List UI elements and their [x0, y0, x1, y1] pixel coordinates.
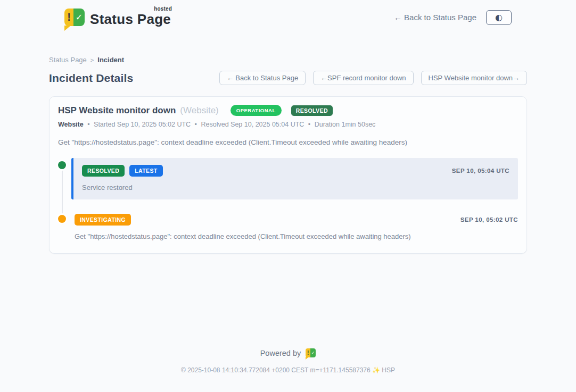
brand-name: Status Page hosted — [90, 12, 173, 26]
incident-nav-buttons: ← Back to Status Page ←SPF record monito… — [219, 71, 527, 85]
incident-component-suffix: (Website) — [180, 105, 218, 116]
timeline-timestamp: SEP 10, 05:04 UTC — [452, 168, 509, 174]
incident-description: Get "https://hostedstatus.page": context… — [58, 138, 518, 146]
site-header: ! ✓ Status Page hosted ← Back to Status … — [0, 0, 576, 26]
next-incident-button[interactable]: HSP Website monitor down→ — [421, 71, 527, 85]
timeline-dot-orange — [58, 215, 66, 223]
site-footer: Powered by ! ✓ © 2025-10-08 14:10:34.772… — [0, 348, 576, 385]
logo-check-icon: ✓ — [310, 348, 316, 357]
theme-toggle-button[interactable]: ◐ — [486, 10, 512, 25]
half-circle-contrast-icon: ◐ — [495, 13, 503, 22]
prev-incident-button[interactable]: ←SPF record monitor down — [313, 71, 413, 85]
meta-resolved: Resolved Sep 10, 2025 05:04 UTC — [201, 121, 304, 128]
app-logo[interactable]: ! ✓ Status Page hosted — [64, 9, 173, 26]
timeline-dot-green — [58, 161, 66, 169]
timeline-message: Service restored — [82, 184, 509, 191]
timeline-timestamp: SEP 10, 05:02 UTC — [460, 216, 518, 223]
status-page-logo-icon: ! ✓ — [64, 9, 85, 26]
main-content: Status Page > Incident Incident Details … — [49, 56, 527, 254]
logo-exclaim-icon: ! — [64, 9, 73, 26]
incident-title: HSP Website monitor down — [58, 105, 176, 116]
timeline-entry-resolved: RESOLVED LATEST SEP 10, 05:04 UTC Servic… — [58, 158, 518, 199]
powered-by-label: Powered by — [260, 349, 301, 357]
breadcrumb-separator: > — [90, 57, 94, 63]
logo-bubble-tail — [64, 26, 71, 31]
timeline-message: Get "https://hostedstatus.page": context… — [75, 232, 518, 240]
incident-timeline: RESOLVED LATEST SEP 10, 05:04 UTC Servic… — [58, 158, 518, 240]
copyright-line: © 2025-10-08 14:10:34.772084 +0200 CEST … — [0, 366, 576, 385]
breadcrumb-status-page[interactable]: Status Page — [49, 56, 87, 64]
timeline-highlight-box: RESOLVED LATEST SEP 10, 05:04 UTC Servic… — [71, 158, 518, 199]
status-page-mini-logo-icon: ! ✓ — [306, 348, 316, 357]
timeline-entry-investigating: INVESTIGATING SEP 10, 05:02 UTC Get "htt… — [58, 214, 518, 240]
meta-started: Started Sep 10, 2025 05:02 UTC — [94, 121, 191, 128]
logo-exclaim-icon: ! — [306, 348, 310, 357]
operational-status-badge: OPERATIONAL — [231, 105, 282, 116]
page-title: Incident Details — [49, 72, 133, 85]
breadcrumb: Status Page > Incident — [49, 56, 527, 64]
meta-duration: Duration 1min 50sec — [315, 121, 376, 128]
meta-component: Website — [58, 121, 84, 128]
logo-bubble-tail — [306, 357, 309, 360]
incident-meta: Website • Started Sep 10, 2025 05:02 UTC… — [58, 121, 518, 128]
logo-check-icon: ✓ — [73, 9, 85, 26]
timeline-resolved-badge: RESOLVED — [82, 165, 125, 177]
brand-superscript: hosted — [154, 6, 172, 12]
resolved-status-badge: RESOLVED — [291, 105, 333, 116]
back-to-status-page-button[interactable]: ← Back to Status Page — [219, 71, 306, 85]
incident-card: HSP Website monitor down (Website) OPERA… — [49, 96, 527, 254]
timeline-investigating-badge: INVESTIGATING — [75, 214, 131, 226]
header-back-link[interactable]: ← Back to Status Page — [394, 13, 476, 22]
breadcrumb-incident: Incident — [97, 56, 124, 64]
powered-by[interactable]: Powered by ! ✓ — [0, 348, 576, 357]
timeline-latest-badge: LATEST — [129, 165, 162, 177]
